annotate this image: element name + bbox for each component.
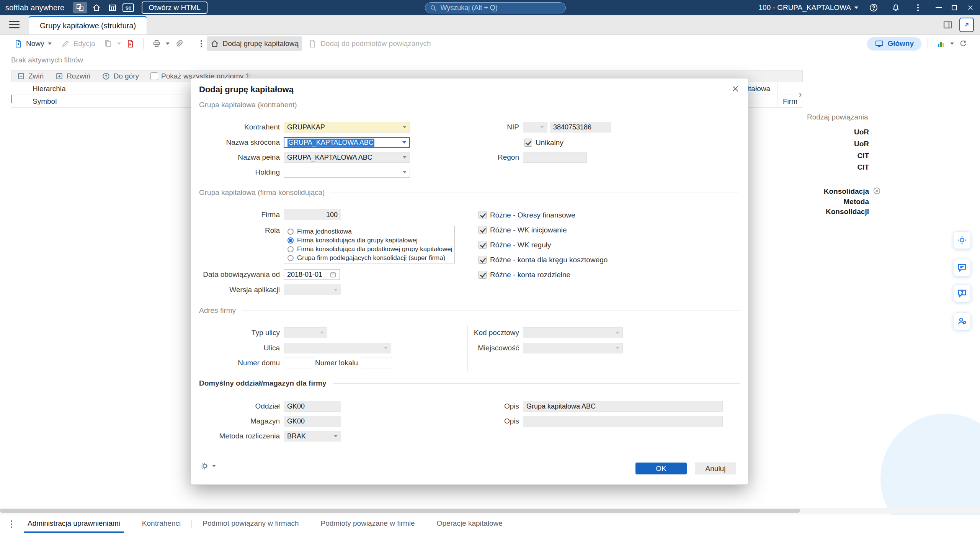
description1-input[interactable]: Grupa kapitałowa ABC	[523, 401, 723, 412]
help-chat-button[interactable]	[953, 284, 971, 302]
radio-selected-icon[interactable]	[287, 237, 294, 244]
checkbox[interactable]	[479, 226, 487, 234]
kontrahent-combobox[interactable]: GRUPAKAP	[284, 122, 410, 132]
warehouse-input[interactable]: GK00	[284, 416, 341, 427]
main-menu-button[interactable]	[9, 21, 20, 30]
main-view-button[interactable]: Główny	[867, 37, 921, 51]
chart-chevron-icon[interactable]	[950, 43, 954, 45]
bottom-tab-podmioty-powiazane[interactable]: Podmioty powiązane w firmie	[317, 515, 419, 533]
rozne-konta-rozdzielne-toggle[interactable]: Różne - konta rozdzielne	[479, 271, 570, 279]
minimize-button[interactable]	[936, 7, 942, 8]
bottom-more-button[interactable]	[6, 515, 17, 533]
sc-badge[interactable]: sc	[122, 3, 134, 12]
postal-code-combobox[interactable]	[523, 327, 623, 338]
bottom-tab-kontrahenci[interactable]: Kontrahenci	[138, 515, 185, 533]
edit-button[interactable]: Edycja	[57, 36, 99, 51]
short-name-combobox[interactable]: GRUPA_KAPTALOWA ABC	[284, 137, 410, 148]
role-option-2[interactable]: Firma konsolidująca dla grupy kapitałowe…	[284, 236, 454, 245]
open-external-button[interactable]	[959, 18, 974, 32]
grid-button[interactable]	[106, 2, 119, 13]
role-option-1[interactable]: Firma jednostkowa	[284, 227, 454, 236]
radio-icon[interactable]	[287, 229, 294, 235]
select-all-checkbox[interactable]	[11, 95, 12, 103]
maximize-button[interactable]	[952, 5, 957, 10]
street-combobox[interactable]	[284, 343, 391, 353]
expand-button[interactable]: Rozwiń	[55, 72, 90, 80]
help-button[interactable]	[867, 2, 880, 13]
firm-column-header[interactable]: Firm	[783, 97, 797, 106]
app-version-combobox[interactable]	[284, 284, 341, 295]
assistant-button[interactable]	[953, 231, 971, 249]
apps-button[interactable]	[73, 2, 87, 13]
rozne-konta-kregu-toggle[interactable]: Różne - konta dla kręgu kosztowego	[479, 256, 608, 264]
attachment-button[interactable]	[172, 36, 186, 51]
chat-button[interactable]	[953, 259, 971, 276]
rozne-wk-reguly-toggle[interactable]: Różne - WK reguły	[479, 241, 551, 249]
role-option-4[interactable]: Grupa firm podlegających konsolidacji (s…	[284, 253, 454, 262]
notifications-button[interactable]	[889, 2, 903, 13]
hierarchy-group-header[interactable]: Hierarchia	[33, 85, 66, 93]
search-input[interactable]	[440, 4, 561, 12]
street-type-combobox[interactable]	[284, 327, 327, 338]
dialog-close-button[interactable]	[730, 83, 741, 96]
print-button[interactable]	[150, 36, 163, 51]
radio-icon[interactable]	[287, 246, 294, 252]
ok-button[interactable]: OK	[635, 463, 687, 474]
user-settings-button[interactable]	[953, 312, 971, 330]
checkbox[interactable]	[479, 256, 487, 264]
checkbox[interactable]	[479, 271, 487, 279]
symbol-column-header[interactable]: Symbol	[33, 97, 57, 106]
city-combobox[interactable]	[523, 343, 623, 353]
description2-input[interactable]	[523, 416, 723, 427]
home-button[interactable]	[90, 2, 103, 13]
flat-number-input[interactable]	[362, 358, 393, 368]
valid-from-date-input[interactable]: 2018-01-01	[284, 269, 340, 280]
unique-toggle[interactable]: Unikalny	[524, 139, 564, 147]
layout-panels-icon[interactable]	[942, 20, 953, 30]
global-search[interactable]	[425, 2, 566, 13]
house-number-input[interactable]	[284, 358, 315, 368]
copy-button[interactable]	[101, 36, 115, 51]
open-in-html-button[interactable]: Otwórz w HTML	[142, 2, 207, 14]
context-selector[interactable]: 100 - GRUPA_KAPTALOWA	[759, 3, 858, 12]
add-capital-group-button[interactable]: Dodaj grupę kapitałową	[207, 36, 302, 51]
new-button[interactable]: Nowy	[10, 36, 55, 51]
show-levels-checkbox[interactable]	[150, 72, 158, 80]
remove-consolidation-button[interactable]	[873, 187, 881, 197]
rozne-wk-inicjowanie-toggle[interactable]: Różne - WK inicjowanie	[479, 226, 567, 234]
branch-input[interactable]: GK00	[284, 401, 341, 412]
company-input[interactable]: 100	[284, 209, 341, 220]
more-menu-button[interactable]	[911, 2, 925, 13]
bottom-tab-administracja[interactable]: Administracja uprawnieniami	[24, 515, 124, 533]
copy-chevron-icon[interactable]	[117, 43, 121, 45]
role-option-3[interactable]: Firma konsolidująca dla podatkowej grupy…	[284, 245, 454, 253]
nip-prefix-combobox[interactable]	[523, 122, 547, 132]
refresh-button[interactable]	[956, 36, 970, 51]
bottom-tab-podmiot-powiazany[interactable]: Podmiot powiązany w firmach	[199, 515, 302, 533]
dialog-settings-button[interactable]	[200, 461, 216, 471]
checkbox[interactable]	[479, 211, 487, 219]
checkbox[interactable]	[479, 241, 487, 249]
tab-grupy-kapitalowe[interactable]: Grupy kapitałowe (struktura)	[29, 16, 147, 34]
calendar-icon[interactable]	[330, 271, 336, 278]
print-chevron-icon[interactable]	[166, 43, 170, 45]
unique-checkbox[interactable]	[524, 139, 532, 147]
regon-input[interactable]	[523, 152, 587, 163]
bottom-tab-operacje-kapitalowe[interactable]: Operacje kapitałowe	[433, 515, 506, 533]
close-window-button[interactable]	[967, 4, 974, 11]
settlement-method-combobox[interactable]: BRAK	[284, 431, 341, 441]
chart-view-button[interactable]	[934, 36, 948, 51]
to-top-button[interactable]: Do góry	[102, 72, 139, 80]
nip-input[interactable]: 3840753186	[550, 122, 611, 132]
add-to-related-button[interactable]: Dodaj do podmiotów powiązanych	[304, 36, 434, 51]
full-name-combobox[interactable]: GRUPA_KAPTALOWA ABC	[284, 152, 410, 163]
rozne-okresy-toggle[interactable]: Różne - Okresy finansowe	[479, 211, 575, 219]
holding-combobox[interactable]	[284, 167, 410, 178]
delete-document-button[interactable]	[123, 36, 137, 51]
expand-columns-chevron[interactable]: ›	[799, 88, 802, 100]
cancel-button[interactable]: Anuluj	[695, 463, 736, 474]
horizontal-scrollbar[interactable]	[0, 508, 980, 513]
collapse-button[interactable]: Zwiń	[17, 72, 44, 80]
scrollbar-thumb[interactable]	[0, 509, 800, 513]
toolbar-more-button[interactable]	[198, 38, 204, 50]
